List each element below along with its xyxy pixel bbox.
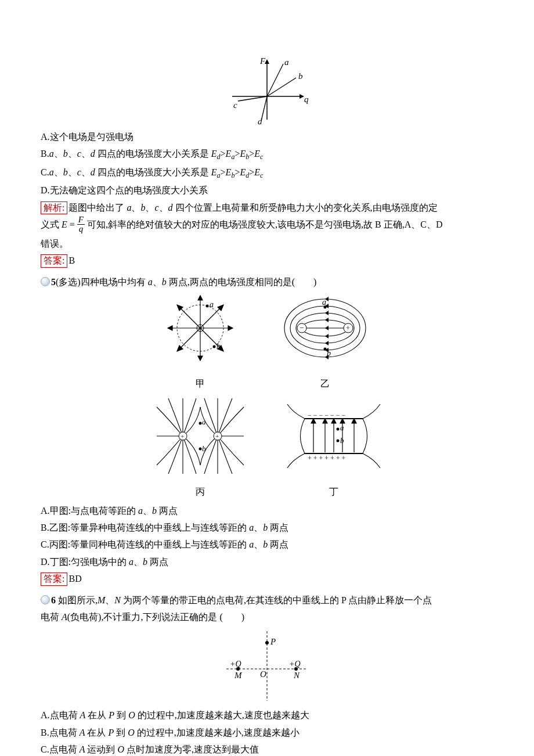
q4-option-c: C.a、b、c、d 四点的电场强度大小关系是 Ea>Eb>Ed>Ec (41, 164, 493, 182)
svg-text:P: P (270, 637, 276, 646)
line-b: b (298, 71, 303, 81)
svg-point-77 (337, 427, 340, 430)
q5-caption-yi: 乙 (276, 376, 374, 391)
q5-option-a: A.甲图:与点电荷等距的 a、b 两点 (41, 503, 493, 519)
line-c: c (233, 100, 237, 110)
svg-text:a: a (340, 423, 344, 432)
svg-line-23 (179, 328, 200, 350)
svg-marker-3 (300, 94, 304, 99)
svg-line-19 (179, 307, 200, 328)
q6-stem-line1: 6 如图所示,M、N 为两个等量的带正电的点电荷,在其连线的中垂线上的 P 点由… (41, 592, 493, 608)
q4-analysis: 解析:题图中给出了 a、b、c、d 四个位置上电荷量和所受静电力大小的变化关系,… (41, 200, 493, 215)
q6-option-b: B.点电荷 A 在从 P 到 O 的过程中,加速度越来越小,速度越来越小 (41, 725, 493, 740)
q4-option-d: D.无法确定这四个点的电场强度大小关系 (41, 182, 493, 198)
svg-marker-12 (198, 296, 203, 300)
line-d: d (258, 117, 262, 125)
q6-figure: P +Q +Q M N O (41, 628, 493, 704)
svg-point-29 (213, 345, 216, 348)
svg-text:b: b (202, 444, 206, 453)
q4-answer: 答案:B (41, 253, 493, 268)
q5-caption-ding: 丁 (284, 484, 383, 499)
svg-text:O: O (260, 669, 266, 679)
svg-point-59 (199, 422, 202, 424)
q5-answer: 答案:BD (41, 571, 493, 586)
svg-text:+: + (181, 433, 184, 440)
q6-option-a: A.点电荷 A 在从 P 到 O 的过程中,加速度越来越大,速度也越来越大 (41, 707, 493, 723)
q5-caption-bing: 丙 (151, 484, 250, 499)
axis-F: F (259, 56, 266, 66)
svg-marker-40 (325, 326, 329, 330)
q4-answer-value: B (68, 255, 75, 265)
svg-text:+: + (346, 324, 350, 332)
q5-figures-row1: + a b 甲 (41, 293, 493, 391)
svg-text:b: b (327, 349, 331, 358)
svg-text:−: − (300, 323, 304, 332)
q5-stem: 5(多选)四种电场中均有 a、b 两点,两点的电场强度相同的是( ) (41, 274, 493, 290)
svg-text:a: a (322, 298, 326, 307)
svg-line-6 (238, 96, 267, 101)
svg-point-79 (337, 439, 340, 442)
bullet-icon (41, 595, 50, 604)
svg-marker-68 (311, 419, 316, 423)
svg-marker-42 (325, 341, 329, 345)
line-a: a (284, 57, 289, 67)
answer-label: 答案: (41, 254, 67, 268)
q6-option-c: C.点电荷 A 运动到 O 点时加速度为零,速度达到最大值 (41, 741, 493, 756)
svg-marker-14 (198, 356, 203, 361)
axis-q: q (304, 95, 309, 104)
q6-stem-line2: 电荷 A(负电荷),不计重力,下列说法正确的是 ( ) (41, 609, 493, 625)
svg-text:M: M (234, 671, 243, 680)
svg-line-21 (200, 307, 222, 328)
svg-text:+: + (215, 433, 219, 440)
q5-fig-yi: − + a b (276, 293, 374, 369)
svg-marker-72 (331, 419, 336, 423)
svg-marker-41 (325, 334, 329, 339)
svg-marker-38 (325, 311, 329, 315)
q4-analysis-line3: 错误。 (41, 236, 493, 251)
svg-text:a: a (210, 300, 214, 309)
fq-graph-svg: F a b q c d (221, 56, 313, 125)
svg-text:b: b (340, 436, 344, 445)
svg-marker-74 (340, 419, 345, 423)
q4-option-b: B.a、b、c、d 四点的电场强度大小关系是 Ed>Ea>Eb>Ec (41, 146, 493, 163)
svg-text:− − − − − − −: − − − − − − − (308, 411, 346, 419)
svg-marker-39 (325, 318, 329, 322)
svg-marker-76 (352, 419, 356, 423)
q4-analysis-line2: 义式 E = Fq 可知,斜率的绝对值较大的对应的电场强度较大,该电场不是匀强电… (41, 217, 493, 235)
q6-svg: P +Q +Q M N O (209, 628, 325, 704)
bullet-icon (41, 277, 50, 286)
svg-marker-18 (228, 326, 233, 330)
q5-answer-value: BD (68, 574, 81, 584)
svg-point-85 (265, 641, 269, 645)
q5-fig-ding: − − − − − − − + + + + + + + a b (284, 395, 383, 477)
analysis-label: 解析: (41, 201, 67, 215)
q4-figure: F a b q c d (41, 56, 493, 125)
q5-figures-row2: + + a b 丙 − − − − − − − + + + + + + + (41, 395, 493, 499)
svg-text:+Q: +Q (289, 660, 301, 668)
svg-text:+ + + + + + +: + + + + + + + (308, 454, 346, 462)
svg-marker-70 (323, 419, 327, 423)
q5-caption-jia: 甲 (160, 376, 241, 391)
svg-text:a: a (202, 417, 206, 426)
q5-option-b: B.乙图:等量异种电荷连线的中垂线上与连线等距的 a、b 两点 (41, 520, 493, 535)
svg-point-27 (206, 305, 209, 308)
answer-label: 答案: (41, 573, 67, 586)
svg-marker-16 (168, 326, 172, 330)
q5-option-c: C.丙图:等量同种电荷连线的中垂线上与连线等距的 a、b 两点 (41, 537, 493, 552)
q4-option-a: A.这个电场是匀强电场 (41, 129, 493, 145)
q5-option-d: D.丁图:匀强电场中的 a、b 两点 (41, 554, 493, 570)
svg-line-7 (261, 96, 267, 121)
svg-point-51 (324, 348, 327, 351)
svg-text:N: N (293, 671, 300, 680)
q5-fig-jia: + a b (160, 293, 241, 369)
svg-point-61 (199, 447, 202, 450)
svg-text:+Q: +Q (230, 660, 241, 668)
svg-text:b: b (217, 342, 221, 351)
q5-fig-bing: + + a b (151, 395, 250, 477)
svg-marker-1 (265, 59, 269, 64)
